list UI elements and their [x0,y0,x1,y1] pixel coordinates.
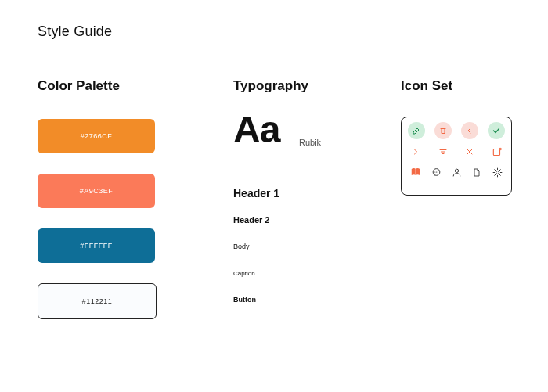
section-typography-title: Typography [233,78,308,94]
typography-caption: Caption [233,270,255,277]
typography-header2: Header 2 [233,215,269,225]
svg-point-3 [434,171,435,172]
style-guide-page: Style Guide Color Palette Typography Ico… [0,0,548,392]
typography-body: Body [233,243,250,250]
gear-icon [489,164,505,180]
color-swatch-3: #112211 [38,283,157,319]
chat-icon [428,164,444,180]
svg-point-6 [455,169,458,172]
chevron-right-icon [408,144,424,160]
color-swatch-0-label: #2766CF [81,132,113,140]
section-color-title: Color Palette [38,78,120,94]
icon-row-1 [408,122,505,139]
icon-row-3 [408,164,505,180]
typography-header1: Header 1 [233,187,279,200]
check-icon [488,122,505,139]
page-title: Style Guide [38,23,112,40]
color-swatch-0: #2766CF [38,119,155,153]
svg-point-7 [496,171,499,174]
edit-icon [408,122,425,139]
icon-set-card [401,117,512,196]
document-icon [469,164,485,180]
typography-family: Rubik [299,138,321,147]
color-swatch-1: #A9C3EF [38,174,155,208]
chevron-left-icon [461,122,478,139]
book-icon [408,164,424,180]
svg-rect-0 [493,149,499,156]
section-iconset-title: Icon Set [401,78,452,94]
color-swatch-1-label: #A9C3EF [80,187,114,195]
typography-button: Button [233,296,256,304]
svg-point-5 [437,171,438,172]
color-swatch-2-label: #FFFFFF [80,242,113,250]
color-swatch-3-label: #112211 [82,297,113,305]
filter-icon [435,144,451,160]
typography-sample: Aa [233,108,279,151]
trash-icon [434,122,452,139]
add-calendar-icon [489,144,505,160]
svg-point-4 [435,171,436,172]
close-icon [462,144,478,160]
user-icon [449,164,464,180]
icon-row-2 [408,144,505,160]
color-swatch-2: #FFFFFF [38,228,155,263]
